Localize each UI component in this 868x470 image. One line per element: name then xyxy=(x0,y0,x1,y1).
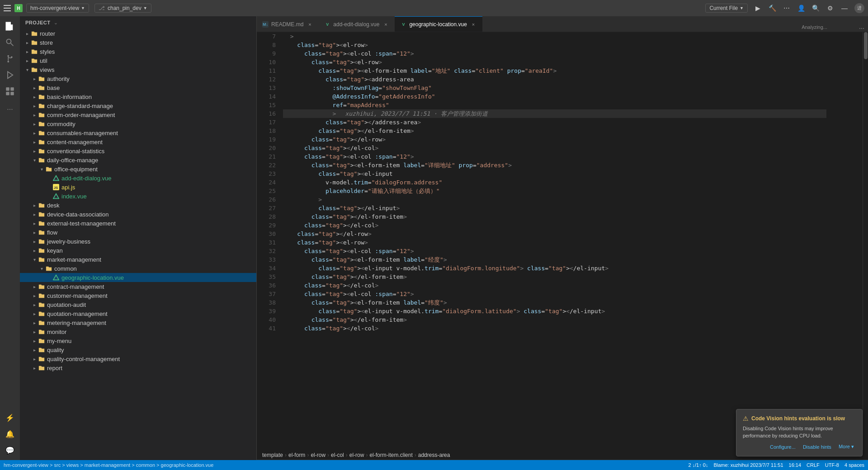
sidebar-item-customer-management[interactable]: ▸customer-management xyxy=(20,291,256,300)
tab-geographic-location[interactable]: V geographic-location.vue × xyxy=(395,16,482,32)
sidebar-tree[interactable]: ▸router▸store▸styles▸util▾views▸authorit… xyxy=(20,29,256,460)
code-editor[interactable]: > class="tag"><el-row> class="tag"><el-c… xyxy=(279,32,826,450)
activity-more-icon[interactable]: ··· xyxy=(4,103,16,116)
run-icon[interactable]: ▶ xyxy=(753,5,762,12)
sidebar-item-my-menu[interactable]: ▸my-menu xyxy=(20,336,256,345)
sidebar-item-basic-information[interactable]: ▸basic-information xyxy=(20,92,256,101)
status-eol[interactable]: CRLF xyxy=(807,462,820,468)
tree-label-store: store xyxy=(40,39,53,46)
project-name-selector[interactable]: hm-convergent-view ▼ xyxy=(26,4,89,13)
tab-add-edit-dialog[interactable]: V add-edit-dialog.vue × xyxy=(319,16,395,32)
activity-feedback-icon[interactable]: 💬 xyxy=(4,444,16,456)
status-git-changes[interactable]: 2 ↓/1↑ 0↓ xyxy=(688,462,708,468)
sidebar-item-styles[interactable]: ▸styles xyxy=(20,47,256,56)
sidebar-item-base[interactable]: ▸base xyxy=(20,83,256,92)
sidebar-item-authority[interactable]: ▸authority xyxy=(20,74,256,83)
configure-button[interactable]: Configure... xyxy=(768,443,797,451)
activity-scm-icon[interactable] xyxy=(4,52,16,65)
sidebar-item-quotation-audit[interactable]: ▸quotation-audit xyxy=(20,300,256,309)
activity-remote-icon[interactable]: ⚡ xyxy=(4,411,16,424)
tab-readme-close-icon[interactable]: × xyxy=(306,21,313,28)
minimap[interactable] xyxy=(826,32,863,450)
sidebar-item-quotation-management[interactable]: ▸quotation-management xyxy=(20,309,256,318)
build-icon[interactable]: 🔨 xyxy=(768,5,777,12)
breadcrumb-item-1[interactable]: el-form xyxy=(288,452,305,458)
sidebar-item-store[interactable]: ▸store xyxy=(20,38,256,47)
search-icon[interactable]: 🔍 xyxy=(811,5,820,12)
breadcrumb-item-0[interactable]: template xyxy=(262,452,283,458)
sidebar-item-metering-management[interactable]: ▸metering-management xyxy=(20,318,256,327)
sidebar-item-index-vue[interactable]: index.vue xyxy=(20,192,256,201)
breadcrumb-item-6[interactable]: address-area xyxy=(418,452,450,458)
activity-extensions-icon[interactable] xyxy=(4,85,16,98)
sidebar-item-monitor[interactable]: ▸monitor xyxy=(20,327,256,336)
editor-scroll-container[interactable]: 7891011121314151617181920212223242526272… xyxy=(257,32,868,450)
sidebar-item-api-js[interactable]: JSapi.js xyxy=(20,183,256,192)
status-indent[interactable]: 4 spaces xyxy=(844,462,864,468)
sidebar-item-views[interactable]: ▾views xyxy=(20,65,256,74)
tree-icon-device-data-association xyxy=(38,211,45,218)
sidebar-item-office-equipment[interactable]: ▾office-equipment xyxy=(20,164,256,174)
code-line-34: class="tag"><el-input v-model.trim="dial… xyxy=(283,264,826,273)
sidebar-item-flow[interactable]: ▸flow xyxy=(20,228,256,237)
more-button[interactable]: More ▾ xyxy=(837,443,856,451)
breadcrumb-item-4[interactable]: el-row xyxy=(349,452,364,458)
sidebar-item-router[interactable]: ▸router xyxy=(20,29,256,38)
sidebar-item-common[interactable]: ▾common xyxy=(20,264,256,273)
sidebar-item-conventional-statistics[interactable]: ▸conventional-statistics xyxy=(20,146,256,155)
sidebar-item-market-management[interactable]: ▾market-management xyxy=(20,255,256,264)
tree-icon-util xyxy=(31,57,38,64)
tree-icon-flow xyxy=(38,229,45,236)
code-line-38: class="tag"><el-form-item label="纬度"> xyxy=(283,298,826,307)
sidebar-item-jewelry-business[interactable]: ▸jewelry-business xyxy=(20,237,256,246)
tree-chevron-quality: ▸ xyxy=(31,348,38,352)
activity-search-icon[interactable] xyxy=(4,36,16,49)
sidebar-item-add-edit-dialog-vue[interactable]: add-edit-dialog.vue xyxy=(20,174,256,183)
account-icon[interactable]: 👤 xyxy=(797,5,806,12)
sidebar-item-device-data-association[interactable]: ▸device-data-association xyxy=(20,210,256,219)
editor-scrollbar[interactable] xyxy=(863,32,868,450)
sidebar-item-util[interactable]: ▸util xyxy=(20,56,256,65)
tabs-overflow-button[interactable]: ⋯ xyxy=(855,25,868,32)
sidebar-item-keyan[interactable]: ▸keyan xyxy=(20,246,256,255)
status-left: hm-convergent-view > src > views > marke… xyxy=(4,462,213,468)
status-line-col[interactable]: 16:14 xyxy=(789,462,802,468)
sidebar-item-quality-control-management[interactable]: ▸quality-control-management xyxy=(20,354,256,363)
sidebar-item-charge-standard-manage[interactable]: ▸charge-standard-manage xyxy=(20,101,256,110)
sidebar-item-desk[interactable]: ▸desk xyxy=(20,201,256,210)
svg-marker-7 xyxy=(8,72,13,79)
sidebar-item-content-management[interactable]: ▸content-management xyxy=(20,137,256,146)
tab-geo-close-icon[interactable]: × xyxy=(470,21,477,28)
sidebar-item-quality[interactable]: ▸quality xyxy=(20,345,256,354)
tree-label-commodity: commodity xyxy=(47,121,75,127)
tab-add-edit-close-icon[interactable]: × xyxy=(382,21,389,28)
svg-rect-10 xyxy=(6,92,9,95)
hamburger-icon[interactable] xyxy=(4,5,11,11)
sidebar-item-contract-management[interactable]: ▸contract-management xyxy=(20,282,256,291)
settings-icon[interactable]: ⚙ xyxy=(826,5,835,12)
sidebar-item-daily-office-manage[interactable]: ▾daily-office-manage xyxy=(20,155,256,164)
sidebar-item-comm-order-managament[interactable]: ▸comm-order-managament xyxy=(20,110,256,119)
activity-debug-icon[interactable] xyxy=(4,69,16,81)
breadcrumb-item-3[interactable]: el-col xyxy=(331,452,344,458)
sidebar-item-commodity[interactable]: ▸commodity xyxy=(20,119,256,128)
minimize-icon[interactable]: — xyxy=(840,5,849,12)
sidebar-item-external-test-management[interactable]: ▸external-test-management xyxy=(20,219,256,228)
status-blame[interactable]: Blame: xuzhihui 2023/7/7 11:51 xyxy=(713,462,783,468)
avatar-icon[interactable]: 进 xyxy=(854,3,864,13)
activity-notifications-icon[interactable]: 🔔 xyxy=(4,428,16,440)
tab-readme[interactable]: M↓ README.md × xyxy=(257,16,319,32)
current-file-selector[interactable]: Current File ▼ xyxy=(705,4,748,13)
more-options-icon[interactable]: ⋯ xyxy=(782,5,791,12)
sidebar-item-report[interactable]: ▸report xyxy=(20,363,256,372)
sidebar-item-consumables-management[interactable]: ▸consumables-management xyxy=(20,128,256,137)
status-git-path[interactable]: hm-convergent-view > src > views > marke… xyxy=(4,462,213,468)
tree-chevron-flow: ▸ xyxy=(31,230,38,235)
branch-selector[interactable]: ⎇ chan_pin_dev ▼ xyxy=(94,4,151,13)
breadcrumb-item-2[interactable]: el-row xyxy=(311,452,326,458)
sidebar-item-geographic-location-vue[interactable]: geographic-location.vue xyxy=(20,273,256,282)
disable-hints-button[interactable]: Disable hints xyxy=(801,443,833,451)
status-encoding[interactable]: UTF-8 xyxy=(825,462,839,468)
breadcrumb-item-5[interactable]: el-form-item.client xyxy=(369,452,412,458)
activity-explorer-icon[interactable] xyxy=(4,20,16,33)
